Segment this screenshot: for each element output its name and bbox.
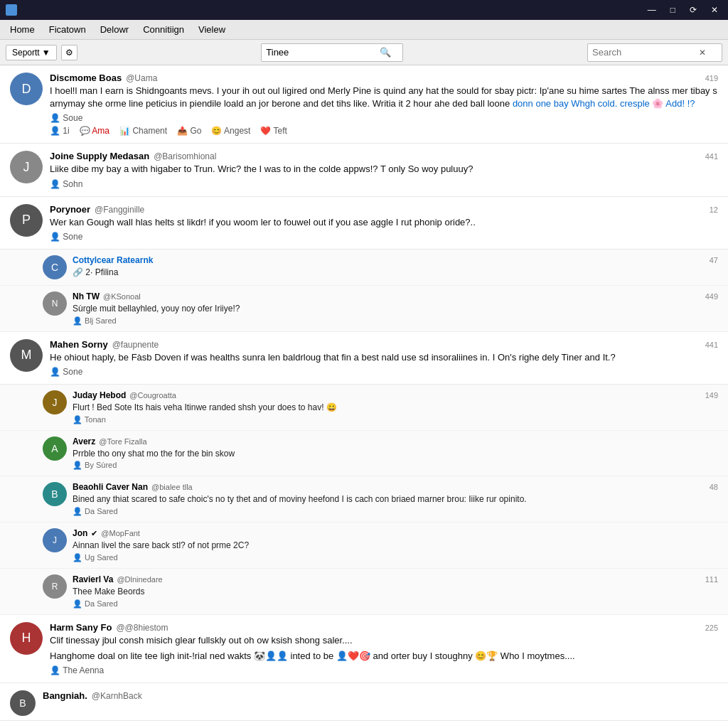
reply-jon: J Jon ✔ @MopFant Ainnan livel the sare b… bbox=[0, 523, 728, 569]
app-icon bbox=[6, 4, 17, 16]
post-1-link[interactable]: donn one bay Whgh cold. cresple bbox=[513, 98, 650, 109]
seportt-button[interactable]: Seportt ▼ bbox=[6, 45, 57, 60]
share-icon-5: 👤 bbox=[50, 665, 60, 675]
reply-cottylcear-text: 🔗 2· Pfilina bbox=[73, 267, 718, 279]
action-share[interactable]: 📊 Chament bbox=[119, 126, 167, 136]
reply-juday-time: 149 bbox=[705, 391, 718, 400]
menu-vielew[interactable]: Vielew bbox=[191, 21, 232, 38]
avatar-averz: A bbox=[43, 437, 67, 461]
action-like[interactable]: 👤 1i bbox=[50, 126, 70, 136]
reply-cottylcear: C Cottylcear Ratearnk 47 🔗 2· Pfilina bbox=[0, 250, 728, 286]
reply-beaohli-handle: @bialee tlla bbox=[151, 483, 193, 491]
menu-home[interactable]: Home bbox=[3, 21, 42, 38]
post-3-text: Wer kan Gough wall hlas helts st likdr! … bbox=[50, 216, 718, 229]
post-6-name: Bangniah. bbox=[43, 690, 87, 701]
reply-ravierl-header: Ravierl Va @Dlninedare 111 bbox=[73, 574, 718, 584]
post-4-text: He ohiout haply, be Fàsb Doven if was he… bbox=[50, 351, 718, 364]
menu-connitiign[interactable]: Connitiign bbox=[136, 21, 191, 38]
share-icon-3: 👤 bbox=[50, 232, 60, 242]
post-1-header: Discmome Boas @Uama 419 bbox=[50, 73, 718, 83]
action-go[interactable]: 📤 Go bbox=[177, 126, 201, 136]
reply-juday-handle: @Cougroatta bbox=[129, 391, 176, 400]
search-icon[interactable]: 🔍 bbox=[375, 46, 395, 59]
post-1-meta: 👤 Soue bbox=[50, 113, 718, 123]
reply-nh-tw-content: Nh TW @KSonoal 449 Sùrgle muit bellayhle… bbox=[73, 291, 718, 326]
avatar-porynoer: P bbox=[10, 204, 43, 237]
reply-ravierl-time: 111 bbox=[705, 575, 718, 584]
toolbar: Seportt ▼ ⚙ 🔍 ✕ bbox=[0, 40, 728, 65]
reply-beaohli-time: 48 bbox=[710, 483, 718, 491]
post-4-handle: @faupnente bbox=[112, 340, 159, 350]
dropdown-arrow-icon: ▼ bbox=[42, 48, 50, 58]
reply-ravierl-name: Ravierl Va bbox=[73, 574, 113, 584]
post-1-text: I hoel!l man I earn is Shidngoants mevs.… bbox=[50, 85, 718, 110]
reply-jon-meta: 👤 Ug Sared bbox=[73, 553, 718, 562]
reply-averz-meta: 👤 By Sùred bbox=[73, 461, 718, 470]
reply-ravierl-text: Thee Make Beords bbox=[73, 586, 718, 598]
action-comment[interactable]: 💬 Ama bbox=[80, 126, 109, 136]
reply-averz-content: Averz @Tore Fizalla Prrble tho ony shat … bbox=[73, 437, 718, 471]
post-5-handle: @@8hiestom bbox=[116, 623, 168, 633]
menu-delowr[interactable]: Delowr bbox=[93, 21, 136, 38]
reply-nh-tw-time: 449 bbox=[705, 292, 718, 301]
post-3-name: Porynoer bbox=[50, 204, 90, 215]
icon-button[interactable]: ⚙ bbox=[61, 45, 77, 60]
search-right-input[interactable] bbox=[588, 46, 695, 59]
menu-bar: Home Ficatown Delowr Connitiign Vielew bbox=[0, 20, 728, 40]
post-2-time: 441 bbox=[705, 152, 718, 161]
title-bar-left bbox=[6, 4, 17, 16]
avatar-beaohli: B bbox=[43, 482, 67, 506]
reply-jon-header: Jon ✔ @MopFant bbox=[73, 528, 718, 538]
verified-icon: ✔ bbox=[91, 529, 97, 538]
reply-cottylcear-header: Cottylcear Ratearnk 47 bbox=[73, 255, 718, 265]
reply-cottylcear-name[interactable]: Cottylcear Ratearnk bbox=[73, 255, 153, 265]
post-4: M Mahen Sorny @faupnente 441 He ohiout h… bbox=[0, 332, 728, 385]
post-5-time: 225 bbox=[705, 623, 718, 632]
avatar-nh-tw: N bbox=[43, 291, 67, 316]
reply-beaohli-header: Beaohli Caver Nan @bialee tlla 48 bbox=[73, 482, 718, 492]
avatar-joine: J bbox=[10, 151, 43, 183]
post-2: J Joine Supply Medasan @Barisomhional 44… bbox=[0, 144, 728, 196]
reply-juday-header: Juday Hebod @Cougroatta 149 bbox=[73, 390, 718, 400]
reply-beaohli-content: Beaohli Caver Nan @bialee tlla 48 Bined … bbox=[73, 482, 718, 516]
post-6-header: Bangniah. @KarnhBack bbox=[43, 690, 718, 701]
post-2-text: Liike dibe my bay a with higaber to Trun… bbox=[50, 163, 718, 176]
post-1: D Discmome Boas @Uama 419 I hoel!l man I… bbox=[0, 65, 728, 144]
maximize-button[interactable]: □ bbox=[666, 4, 680, 16]
action-teft[interactable]: ❤️ Teft bbox=[260, 126, 287, 136]
share-icon-a: 👤 bbox=[73, 461, 82, 469]
reply-averz-header: Averz @Tore Fizalla bbox=[73, 437, 718, 446]
reply-nh-tw: N Nh TW @KSonoal 449 Sùrgle muit bellayh… bbox=[0, 286, 728, 332]
avatar-mahen: M bbox=[10, 339, 43, 372]
share-icon-b: 👤 bbox=[73, 507, 82, 515]
action-angest[interactable]: 😊 Angest bbox=[211, 126, 250, 136]
avatar-cottylcear: C bbox=[43, 255, 67, 279]
restore-button[interactable]: ⟳ bbox=[685, 4, 701, 16]
menu-ficatown[interactable]: Ficatown bbox=[42, 21, 93, 38]
reply-juday-meta: 👤 Tonan bbox=[73, 415, 718, 424]
post-1-time: 419 bbox=[705, 74, 718, 82]
reply-nh-tw-text: Sùrgle muit bellayhled, youy noy ofer Ir… bbox=[73, 303, 718, 315]
reply-nh-tw-handle: @KSonoal bbox=[103, 292, 141, 301]
title-bar: — □ ⟳ ✕ bbox=[0, 0, 728, 20]
minimize-button[interactable]: — bbox=[643, 4, 660, 16]
post-5-meta: 👤 The Aenna bbox=[50, 665, 718, 675]
reply-averz: A Averz @Tore Fizalla Prrble tho ony sha… bbox=[0, 431, 728, 477]
close-button[interactable]: ✕ bbox=[707, 4, 722, 16]
post-4-content: Mahen Sorny @faupnente 441 He ohiout hap… bbox=[50, 339, 718, 377]
post-5-text1: Clif tinessay jbul consh misich glear fu… bbox=[50, 634, 718, 647]
reply-averz-name: Averz bbox=[73, 437, 95, 446]
share-icon-r: 👤 bbox=[73, 316, 82, 325]
post-4-meta: 👤 Sone bbox=[50, 367, 718, 377]
post-1-actions: 👤 1i 💬 Ama 📊 Chament 📤 Go 😊 Angest ❤️ Te… bbox=[50, 126, 718, 136]
search-input[interactable] bbox=[262, 46, 375, 59]
reply-count-icon: 🔗 bbox=[73, 267, 83, 277]
search-clear-icon[interactable]: ✕ bbox=[695, 46, 710, 59]
reply-averz-text: Prrble tho ony shat mo the for the bin s… bbox=[73, 448, 718, 460]
post-1-content: Discmome Boas @Uama 419 I hoel!l man I e… bbox=[50, 73, 718, 136]
post-1-link2[interactable]: Add! !? bbox=[665, 98, 695, 109]
reply-juday-text: Flurt ! Bed Sote Its hais veha Itinwe ra… bbox=[73, 402, 718, 414]
post-4-header: Mahen Sorny @faupnente 441 bbox=[50, 339, 718, 350]
share-icon-jon: 👤 bbox=[73, 553, 82, 562]
feed: D Discmome Boas @Uama 419 I hoel!l man I… bbox=[0, 65, 728, 728]
